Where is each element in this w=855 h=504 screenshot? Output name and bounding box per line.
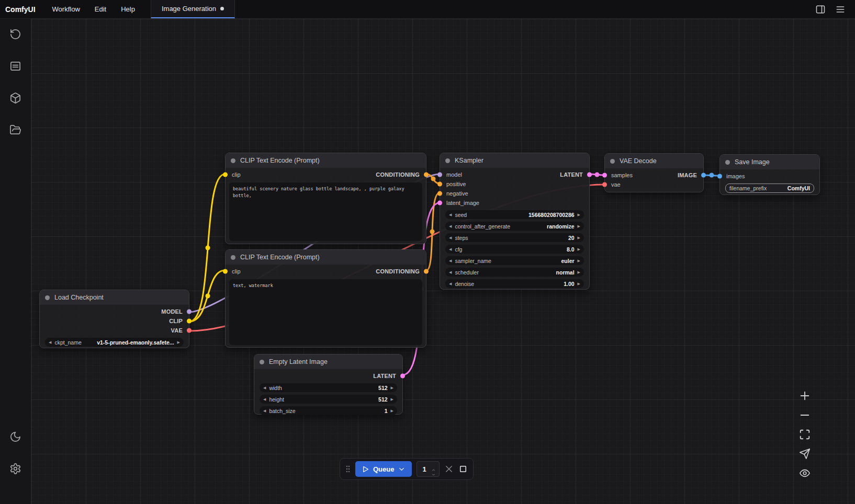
prev-arrow-icon[interactable]: ◀ [449, 270, 452, 274]
height-widget[interactable]: ◀ height 512 ▶ [260, 395, 397, 404]
node-save-image[interactable]: Save Image images filename_prefix ComfyU… [719, 154, 820, 195]
node-header[interactable]: KSampler [440, 153, 589, 168]
output-port-latent[interactable] [587, 173, 592, 177]
next-arrow-icon[interactable]: ▶ [391, 386, 393, 390]
next-arrow-icon[interactable]: ▶ [391, 409, 393, 413]
node-header[interactable]: Save Image [720, 155, 819, 169]
output-port-conditioning[interactable] [424, 173, 429, 177]
batch-count-stepper[interactable]: 1 [417, 461, 440, 477]
output-port-model[interactable] [187, 310, 192, 314]
drag-handle-icon[interactable] [345, 464, 351, 474]
output-port-conditioning[interactable] [424, 269, 429, 274]
prev-arrow-icon[interactable]: ◀ [49, 340, 51, 345]
input-port-clip[interactable] [223, 269, 228, 274]
collapse-dot-icon[interactable] [45, 295, 50, 300]
width-widget[interactable]: ◀ width 512 ▶ [260, 383, 397, 392]
collapse-dot-icon[interactable] [725, 160, 730, 165]
input-port-samples[interactable] [602, 173, 607, 178]
node-ksampler[interactable]: KSampler model LATENT positive negative … [440, 153, 590, 290]
prev-arrow-icon[interactable]: ◀ [449, 259, 452, 263]
menu-help[interactable]: Help [114, 0, 142, 18]
theme-moon-icon[interactable] [9, 431, 21, 443]
next-arrow-icon[interactable]: ▶ [578, 224, 580, 228]
spinner-up-icon[interactable] [431, 465, 436, 469]
node-header[interactable]: CLIP Text Encode (Prompt) [226, 153, 426, 168]
node-empty-latent-image[interactable]: Empty Latent Image LATENT ◀ width 512 ▶ … [254, 354, 403, 415]
panel-toggle-icon[interactable] [815, 4, 826, 15]
next-arrow-icon[interactable]: ▶ [578, 259, 580, 263]
sampler-name-widget[interactable]: ◀ sampler_name euler ▶ [445, 256, 584, 265]
next-arrow-icon[interactable]: ▶ [578, 213, 580, 217]
denoise-widget[interactable]: ◀ denoise 1.00 ▶ [445, 279, 584, 288]
next-arrow-icon[interactable]: ▶ [391, 397, 393, 402]
node-load-checkpoint[interactable]: Load Checkpoint MODEL CLIP VAE ◀ ckpt_na… [39, 290, 189, 348]
input-port-latent-image[interactable] [437, 201, 442, 205]
next-arrow-icon[interactable]: ▶ [578, 247, 580, 251]
collapse-dot-icon[interactable] [610, 159, 615, 164]
prev-arrow-icon[interactable]: ◀ [263, 386, 266, 390]
menu-edit[interactable]: Edit [87, 0, 114, 18]
node-clip-text-encode-positive[interactable]: CLIP Text Encode (Prompt) clip CONDITION… [225, 153, 426, 244]
prev-arrow-icon[interactable]: ◀ [449, 247, 452, 251]
workflows-folder-icon[interactable] [9, 124, 21, 136]
steps-widget[interactable]: ◀ steps 20 ▶ [445, 233, 584, 242]
prompt-textarea[interactable]: beautiful scenery nature glass bottle la… [229, 182, 422, 241]
zoom-out-icon[interactable] [799, 409, 811, 421]
scheduler-widget[interactable]: ◀ scheduler normal ▶ [445, 268, 584, 277]
input-port-model[interactable] [437, 173, 442, 177]
node-header[interactable]: Load Checkpoint [40, 290, 189, 305]
prev-arrow-icon[interactable]: ◀ [449, 224, 452, 228]
control-after-generate-widget[interactable]: ◀ control_after_generate randomize ▶ [445, 222, 584, 231]
collapse-dot-icon[interactable] [231, 255, 235, 260]
input-port-clip[interactable] [223, 173, 228, 177]
output-port-clip[interactable] [187, 319, 192, 324]
settings-gear-icon[interactable] [9, 463, 21, 475]
zoom-in-icon[interactable] [799, 390, 811, 402]
fit-view-icon[interactable] [799, 429, 811, 440]
cancel-x-icon[interactable] [444, 464, 454, 474]
next-arrow-icon[interactable]: ▶ [578, 270, 580, 274]
next-arrow-icon[interactable]: ▶ [578, 282, 580, 286]
prev-arrow-icon[interactable]: ◀ [263, 409, 266, 413]
spinner-down-icon[interactable] [431, 469, 436, 474]
prev-arrow-icon[interactable]: ◀ [449, 282, 452, 286]
prompt-textarea[interactable]: text, watermark [229, 279, 422, 345]
prev-arrow-icon[interactable]: ◀ [263, 397, 266, 402]
node-clip-text-encode-negative[interactable]: CLIP Text Encode (Prompt) clip CONDITION… [225, 249, 426, 348]
ckpt-name-widget[interactable]: ◀ ckpt_name v1-5-pruned-emaonly.safete..… [45, 338, 184, 347]
input-port-images[interactable] [717, 174, 722, 179]
output-port-vae[interactable] [187, 328, 192, 333]
next-arrow-icon[interactable]: ▶ [578, 236, 580, 240]
prev-arrow-icon[interactable]: ◀ [449, 236, 452, 240]
output-port-latent[interactable] [400, 374, 405, 379]
input-port-negative[interactable] [437, 191, 442, 196]
tab-image-generation[interactable]: Image Generation [151, 0, 235, 18]
node-header[interactable]: Empty Latent Image [254, 354, 402, 369]
input-port-positive[interactable] [437, 182, 442, 187]
stop-square-icon[interactable] [458, 464, 468, 474]
queue-button[interactable]: Queue [355, 461, 412, 477]
node-vae-decode[interactable]: VAE Decode samples IMAGE vae [604, 153, 704, 192]
collapse-dot-icon[interactable] [231, 158, 235, 163]
collapse-dot-icon[interactable] [260, 360, 264, 364]
filename-prefix-widget[interactable]: filename_prefix ComfyUI [725, 184, 814, 193]
chevron-down-icon[interactable] [398, 465, 406, 473]
batch-size-widget[interactable]: ◀ batch_size 1 ▶ [260, 406, 397, 415]
menu-icon[interactable] [835, 4, 846, 15]
collapse-dot-icon[interactable] [445, 158, 450, 163]
output-port-image[interactable] [701, 173, 706, 178]
node-header[interactable]: CLIP Text Encode (Prompt) [226, 250, 426, 265]
cfg-widget[interactable]: ◀ cfg 8.0 ▶ [445, 245, 584, 254]
input-port-vae[interactable] [602, 182, 607, 187]
seed-widget[interactable]: ◀ seed 156680208700286 ▶ [445, 210, 584, 219]
app-logo[interactable]: ComfyUI [0, 0, 45, 18]
node-header[interactable]: VAE Decode [605, 154, 703, 168]
eye-icon[interactable] [799, 467, 811, 479]
queue-list-icon[interactable] [9, 60, 21, 72]
model-library-icon[interactable] [9, 92, 21, 104]
prev-arrow-icon[interactable]: ◀ [449, 213, 452, 217]
menu-workflow[interactable]: Workflow [45, 0, 87, 18]
next-arrow-icon[interactable]: ▶ [177, 340, 180, 345]
history-icon[interactable] [9, 28, 21, 40]
cursor-icon[interactable] [799, 448, 811, 460]
